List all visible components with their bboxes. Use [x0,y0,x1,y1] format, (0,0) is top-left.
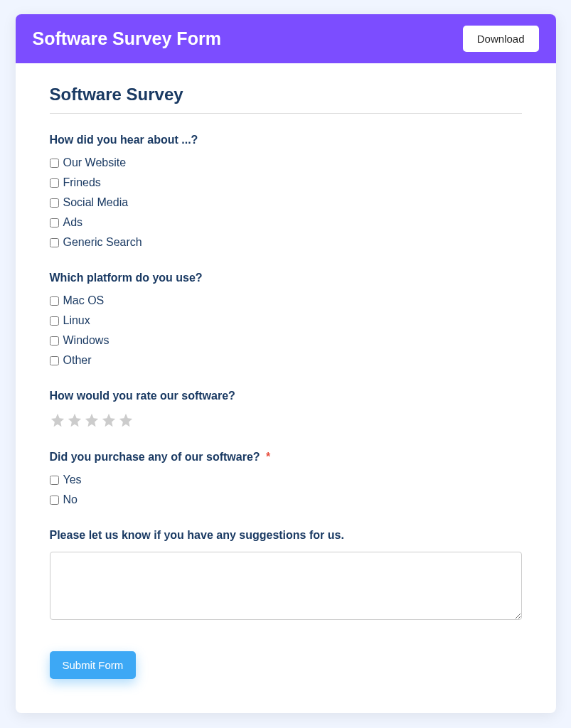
option-no[interactable]: No [50,493,522,506]
option-friends[interactable]: Frineds [50,176,522,189]
checkbox[interactable] [50,218,59,228]
option-label: Social Media [63,196,129,209]
star-icon[interactable] [50,412,65,428]
form-content: Software Survey How did you hear about .… [16,63,556,713]
option-label: Mac OS [63,294,105,307]
question-label: Please let us know if you have any sugge… [50,529,522,542]
option-our-website[interactable]: Our Website [50,156,522,169]
question-suggestions: Please let us know if you have any sugge… [50,529,522,623]
question-rating: How would you rate our software? [50,390,522,428]
question-label-text: Did you purchase any of our software? [50,451,260,463]
option-label: Linux [63,314,90,327]
suggestions-textarea[interactable] [50,552,522,620]
checkbox[interactable] [50,336,59,346]
question-label: Did you purchase any of our software? * [50,451,522,464]
question-label: How would you rate our software? [50,390,522,402]
question-platform: Which platform do you use? Mac OS Linux … [50,272,522,367]
checkbox[interactable] [50,496,59,505]
checkbox[interactable] [50,238,59,247]
checkbox[interactable] [50,356,59,365]
option-label: Windows [63,334,110,347]
submit-button[interactable]: Submit Form [50,651,137,679]
option-other[interactable]: Other [50,354,522,367]
option-macos[interactable]: Mac OS [50,294,522,307]
required-mark: * [266,451,270,463]
checkbox[interactable] [50,476,59,485]
form-title: Software Survey [50,85,522,114]
star-icon[interactable] [101,412,117,428]
option-label: Our Website [63,156,127,169]
checkbox[interactable] [50,159,59,168]
header: Software Survey Form Download [16,14,556,63]
option-ads[interactable]: Ads [50,216,522,229]
option-label: Yes [63,473,82,486]
question-label: How did you hear about ...? [50,134,522,146]
checkbox[interactable] [50,316,59,326]
option-label: Generic Search [63,236,142,249]
star-icon[interactable] [84,412,100,428]
option-label: No [63,493,78,506]
checkbox[interactable] [50,296,59,306]
question-hear-about: How did you hear about ...? Our Website … [50,134,522,249]
question-label: Which platform do you use? [50,272,522,284]
question-purchase: Did you purchase any of our software? * … [50,451,522,506]
option-windows[interactable]: Windows [50,334,522,347]
star-rating [50,412,522,428]
download-button[interactable]: Download [463,26,539,52]
checkbox[interactable] [50,178,59,188]
header-title: Software Survey Form [33,28,221,49]
option-label: Frineds [63,176,101,189]
checkbox[interactable] [50,198,59,208]
option-yes[interactable]: Yes [50,473,522,486]
option-generic-search[interactable]: Generic Search [50,236,522,249]
option-label: Other [63,354,92,367]
star-icon[interactable] [67,412,82,428]
star-icon[interactable] [118,412,134,428]
option-social-media[interactable]: Social Media [50,196,522,209]
option-linux[interactable]: Linux [50,314,522,327]
option-label: Ads [63,216,83,229]
survey-card: Software Survey Form Download Software S… [16,14,556,713]
